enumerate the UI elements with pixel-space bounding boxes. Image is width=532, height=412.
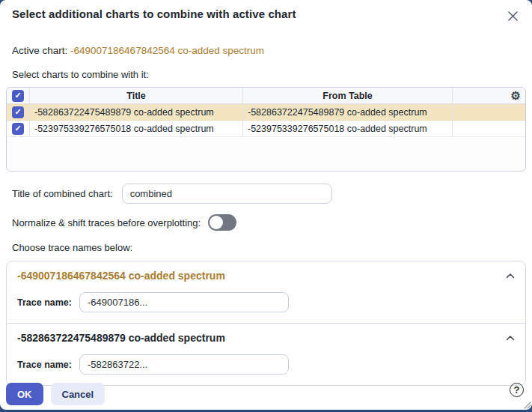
row-title-cell: -523975339276575018 co-added spectrum xyxy=(29,121,242,136)
normalize-row: Normalize & shift traces before overplot… xyxy=(12,214,520,231)
column-header-from-table[interactable]: From Table xyxy=(242,88,452,103)
trace-panel-body: Trace name: xyxy=(7,350,525,385)
select-all-checkbox[interactable]: ✓ xyxy=(12,90,24,102)
charts-table: ✓ Title From Table ⚙ ✓ -5828637224754898… xyxy=(6,87,526,172)
select-charts-label: Select charts to combine with it: xyxy=(12,69,520,80)
trace-panel-header[interactable]: -649007186467842564 co-added spectrum xyxy=(7,261,525,288)
active-chart-label: Active chart: xyxy=(12,45,67,56)
trace-panel: -582863722475489879 co-added spectrum Tr… xyxy=(7,323,525,385)
combined-title-label: Title of combined chart: xyxy=(12,188,113,199)
combined-title-row: Title of combined chart: xyxy=(12,184,520,204)
normalize-label: Normalize & shift traces before overplot… xyxy=(12,217,201,228)
chevron-up-icon[interactable] xyxy=(506,273,515,279)
table-row[interactable]: ✓ -523975339276575018 co-added spectrum … xyxy=(7,121,525,137)
trace-name-input[interactable] xyxy=(79,354,289,375)
choose-trace-names-label: Choose trace names below: xyxy=(12,242,520,253)
combine-charts-dialog: Select additional charts to combine with… xyxy=(0,0,532,410)
row-from-table-cell: -582863722475489879 co-added spectrum xyxy=(242,104,452,120)
active-chart-line: Active chart: -649007186467842564 co-add… xyxy=(12,45,520,56)
row-from-table-cell: -523975339276575018 co-added spectrum xyxy=(242,121,452,136)
dialog-footer: OK Cancel xyxy=(6,383,105,405)
chevron-up-icon[interactable] xyxy=(506,335,515,341)
trace-panel: -649007186467842564 co-added spectrum Tr… xyxy=(7,261,525,323)
help-icon[interactable]: ? xyxy=(510,383,524,397)
row-checkbox[interactable]: ✓ xyxy=(12,106,24,118)
cancel-button[interactable]: Cancel xyxy=(51,383,106,405)
trace-panel-body: Trace name: xyxy=(7,288,525,323)
table-row[interactable]: ✓ -582863722475489879 co-added spectrum … xyxy=(7,104,525,121)
resize-handle-icon[interactable] xyxy=(523,401,531,409)
trace-panel-header[interactable]: -582863722475489879 co-added spectrum xyxy=(7,324,525,350)
trace-panel-title: -582863722475489879 co-added spectrum xyxy=(17,332,225,344)
combined-title-input[interactable] xyxy=(122,184,332,204)
table-header-row: ✓ Title From Table ⚙ xyxy=(7,88,525,104)
normalize-toggle[interactable] xyxy=(208,214,236,231)
gear-icon[interactable]: ⚙ xyxy=(511,90,521,101)
row-checkbox[interactable]: ✓ xyxy=(12,123,24,135)
row-title-cell: -582863722475489879 co-added spectrum xyxy=(29,104,242,120)
trace-panel-title: -649007186467842564 co-added spectrum xyxy=(17,270,225,282)
ok-button[interactable]: OK xyxy=(6,383,43,405)
trace-name-label: Trace name: xyxy=(17,360,72,370)
dialog-title: Select additional charts to combine with… xyxy=(12,7,296,20)
trace-names-accordion: -649007186467842564 co-added spectrum Tr… xyxy=(6,261,526,386)
column-header-title[interactable]: Title xyxy=(29,88,242,103)
active-chart-value: -649007186467842564 co-added spectrum xyxy=(70,45,264,56)
trace-name-label: Trace name: xyxy=(17,297,72,308)
toggle-knob xyxy=(210,216,223,229)
trace-name-input[interactable] xyxy=(79,292,289,312)
dialog-header: Select additional charts to combine with… xyxy=(0,0,532,25)
close-icon[interactable] xyxy=(504,7,522,25)
